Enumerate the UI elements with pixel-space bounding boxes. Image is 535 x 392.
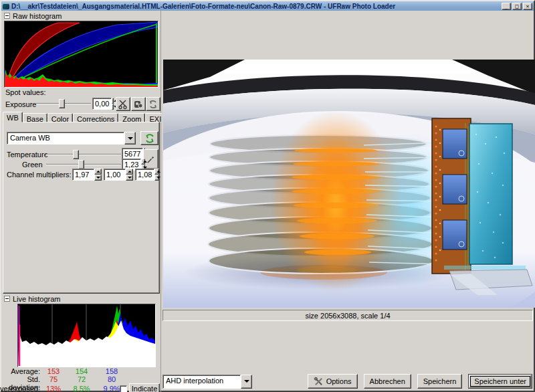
title-bar[interactable]: D:\__akr\Testdateien\_Ausgangsmaterial.H…: [1, 1, 534, 11]
average-blue: 158: [100, 367, 123, 375]
raw-histogram-plot: [5, 21, 158, 87]
reset-arrows-icon: [148, 99, 158, 110]
channel-green-spinbox[interactable]: 1,00: [104, 169, 133, 181]
spin-up-icon[interactable]: [126, 169, 133, 175]
bottom-controls: AHD interpolation Options Abbrechen Spei…: [163, 374, 532, 389]
spin-down-icon[interactable]: [154, 175, 159, 181]
spin-up-icon[interactable]: [141, 159, 145, 165]
chevron-down-icon[interactable]: [241, 375, 252, 389]
tab-wb[interactable]: WB: [3, 112, 23, 122]
temperature-slider[interactable]: [46, 149, 121, 160]
tab-zoom[interactable]: Zoom: [118, 113, 145, 122]
raw-histogram-label: Raw histogram: [13, 12, 62, 20]
maximize-button[interactable]: □: [512, 3, 522, 10]
settings-tabs: WB Base Color Corrections Zoom EXIF: [3, 112, 170, 122]
spin-down-icon[interactable]: [94, 175, 102, 181]
window-controls: _ □ ✕: [502, 3, 532, 10]
exposure-spin-arrows: [112, 98, 114, 110]
window-title: D:\__akr\Testdateien\_Ausgangsmaterial.H…: [11, 3, 502, 10]
spin-down-icon[interactable]: [112, 104, 114, 110]
green-slider-thumb[interactable]: [78, 160, 84, 169]
cancel-button[interactable]: Abbrechen: [364, 374, 411, 389]
options-button[interactable]: Options: [308, 374, 358, 389]
raw-histogram: [4, 21, 158, 88]
preview-image[interactable]: [163, 60, 535, 308]
live-histogram-expander[interactable]: Live histogram: [4, 294, 61, 303]
green-label: Green: [22, 161, 43, 169]
stddev-blue: 80: [100, 375, 123, 383]
spot-values-label: Spot values:: [5, 88, 46, 96]
scissors-icon: [118, 99, 128, 110]
channel-blue-spin-arrows: [154, 169, 159, 181]
window-content: Raw histogram: [1, 11, 534, 391]
channel-green-spin-arrows: [126, 169, 133, 181]
interpolation-value[interactable]: AHD interpolation: [163, 375, 241, 389]
exposure-slider-thumb[interactable]: [59, 99, 65, 108]
spin-up-icon[interactable]: [94, 169, 102, 175]
spin-down-icon[interactable]: [126, 175, 133, 181]
overexposed-red: 13%: [43, 385, 64, 392]
restore-highlights-button[interactable]: [131, 97, 146, 111]
channel-red-value[interactable]: 1,97: [72, 169, 94, 181]
average-red: 153: [43, 367, 64, 375]
image-size-caption: size 2056x3088, scale 1/4: [163, 310, 533, 321]
eyedropper-icon: [146, 155, 156, 165]
wb-preset-value[interactable]: Camera WB: [7, 132, 124, 144]
stat-row-overexposed: Overexposed: 13% 8.5% 9.9% Indicate: [1, 385, 161, 392]
spin-up-icon[interactable]: [154, 169, 159, 175]
channel-green-value[interactable]: 1,00: [104, 169, 126, 181]
overexposed-green: 8.5%: [71, 385, 92, 392]
wb-tab-page: Camera WB Temperature 5677: [3, 122, 160, 294]
control-panel: Raw histogram: [1, 11, 161, 392]
temperature-label: Temperature: [7, 151, 48, 159]
temperature-slider-thumb[interactable]: [73, 150, 79, 159]
exposure-slider[interactable]: [36, 98, 91, 109]
live-histogram: [17, 304, 156, 367]
green-refresh-icon: [144, 133, 155, 144]
tab-base[interactable]: Base: [23, 113, 47, 122]
exposure-label: Exposure: [5, 100, 36, 108]
tab-color[interactable]: Color: [47, 113, 73, 122]
preview-panel: size 2056x3088, scale 1/4 AHD interpolat…: [162, 11, 534, 391]
wb-preset-combo[interactable]: Camera WB: [7, 132, 136, 144]
overexposed-label: Overexposed:: [0, 385, 40, 392]
save-button[interactable]: Speichern: [417, 374, 463, 389]
live-histogram-label: Live histogram: [13, 295, 61, 303]
collapse-icon[interactable]: [4, 13, 10, 19]
average-green: 154: [71, 367, 92, 375]
overexposed-indicate-button[interactable]: Indicate: [129, 383, 160, 392]
ufraw-window: D:\__akr\Testdateien\_Ausgangsmaterial.H…: [0, 0, 535, 392]
channel-blue-spinbox[interactable]: 1,08: [135, 169, 159, 181]
close-button[interactable]: ✕: [523, 3, 532, 10]
size-text: size 2056x3088, scale 1/4: [305, 312, 390, 320]
spin-up-icon[interactable]: [112, 98, 114, 104]
film-restore-icon: [133, 99, 144, 110]
minimize-button[interactable]: _: [502, 3, 511, 10]
exposure-spinbox[interactable]: 0,00: [92, 98, 114, 110]
collapse-icon[interactable]: [4, 296, 10, 302]
live-histogram-plot: [18, 304, 155, 367]
stddev-green: 72: [71, 375, 92, 383]
save-as-button[interactable]: Speichern unter: [468, 374, 532, 389]
interpolation-combo[interactable]: AHD interpolation: [163, 375, 252, 389]
app-icon: [3, 3, 9, 9]
average-label: Average:: [11, 367, 40, 375]
channel-red-spin-arrows: [94, 169, 102, 181]
reset-exposure-button[interactable]: [146, 97, 160, 111]
raw-histogram-expander[interactable]: Raw histogram: [4, 11, 62, 20]
channel-red-spinbox[interactable]: 1,97: [72, 169, 102, 181]
preview-area: [162, 11, 534, 309]
temperature-slider-track[interactable]: [46, 154, 121, 155]
channel-multipliers-label: Channel multipliers:: [7, 171, 72, 179]
photo-hard-drive-platters: [163, 60, 535, 308]
chevron-down-icon[interactable]: [124, 132, 136, 144]
tab-corrections[interactable]: Corrections: [73, 113, 118, 122]
options-label: Options: [326, 377, 352, 385]
clip-highlights-button[interactable]: [116, 97, 130, 111]
overexposed-indicate-checkbox[interactable]: [120, 385, 127, 392]
stddev-red: 75: [43, 375, 64, 383]
tools-icon: [314, 377, 324, 387]
channel-blue-value[interactable]: 1,08: [135, 169, 154, 181]
wb-reset-button[interactable]: [140, 131, 158, 145]
exposure-value[interactable]: 0,00: [92, 98, 112, 110]
